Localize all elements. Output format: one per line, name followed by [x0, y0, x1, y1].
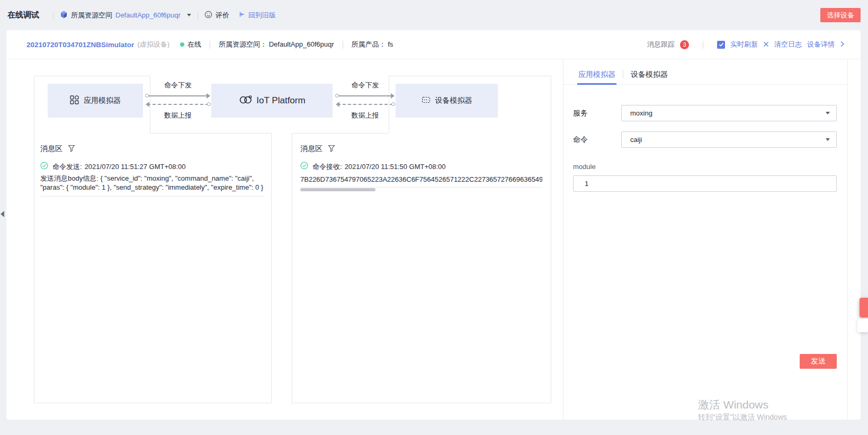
panel-border: [271, 133, 272, 403]
app-simulator-label: 应用模拟器: [84, 96, 121, 105]
smiley-icon: [204, 11, 212, 20]
tab-divider: [623, 70, 623, 78]
device-header: 20210720T034701ZNBSimulator (虚拟设备) 在线 所属…: [6, 30, 861, 59]
realtime-refresh-checkbox[interactable]: [717, 41, 725, 49]
device-header-actions: 消息跟踪 3 实时刷新 清空日志 设备详情: [647, 40, 845, 49]
message-entry: 命令发送: 2021/07/20 11:51:27 GMT+08:00 发送消息…: [40, 162, 265, 197]
back-to-old-link[interactable]: 回到旧版: [238, 11, 276, 20]
feedback-side-tab[interactable]: [860, 298, 868, 317]
event-label: 命令接收:: [312, 163, 342, 171]
send-button[interactable]: 发送: [800, 354, 837, 369]
device-status: 在线: [180, 40, 201, 49]
device-simulator-label: 设备模拟器: [435, 96, 472, 105]
panel-border: [551, 76, 551, 403]
filter-funnel-icon[interactable]: [328, 145, 335, 154]
entry-divider: [300, 187, 542, 188]
horizontal-scrollbar-thumb[interactable]: [300, 188, 375, 191]
entry-divider: [40, 196, 265, 197]
close-icon[interactable]: [763, 41, 769, 49]
data-up-arrow: [337, 104, 393, 105]
success-check-icon: [300, 162, 308, 172]
cube-icon: [60, 11, 68, 20]
floating-widget[interactable]: [857, 318, 868, 332]
device-simulator-box: 设备模拟器: [396, 84, 498, 118]
app-grid-icon: [70, 95, 79, 106]
command-select[interactable]: caiji: [621, 131, 837, 148]
divider: [703, 41, 703, 49]
panel-border: [389, 76, 551, 76]
scrollbar-track[interactable]: [847, 59, 848, 420]
rate-link[interactable]: 评价: [204, 11, 229, 20]
command-label: 命令: [573, 135, 588, 145]
windows-activation-watermark-sub: 转到“设置”以激活 Windows: [698, 413, 787, 422]
workspace-label: 所属资源空间：: [219, 40, 267, 48]
workspace-value: DefaultApp_60f6puqr: [269, 40, 334, 48]
divider: [210, 41, 210, 49]
module-param-label: module: [573, 163, 596, 171]
service-select[interactable]: moxing: [621, 105, 837, 121]
chevron-right-icon: [840, 41, 845, 49]
workspace-label: 所属资源空间: [71, 11, 112, 20]
event-time: 2021/07/20 11:51:50 GMT+08:00: [345, 163, 446, 171]
iot-platform-logo-icon: [238, 94, 253, 108]
command-down-label: 命令下发: [335, 81, 396, 90]
device-detail-link[interactable]: 设备详情: [807, 40, 835, 49]
iot-platform-label: IoT Platform: [256, 95, 305, 106]
message-trace-badge: 3: [680, 40, 689, 49]
device-dashed-icon: [422, 95, 431, 106]
main-card: 20210720T034701ZNBSimulator (虚拟设备) 在线 所属…: [6, 30, 861, 420]
windows-activation-watermark: 激活 Windows: [698, 397, 768, 412]
device-message-panel: 消息区 命令接收: 2021/07/20 11:51:50 GMT+08:00 …: [292, 133, 551, 403]
service-label: 服务: [573, 109, 588, 118]
device-name-link[interactable]: 20210720T034701ZNBSimulator: [26, 41, 134, 49]
message-area-title: 消息区: [300, 144, 323, 154]
chevron-down-icon: [826, 112, 830, 114]
workspace-value[interactable]: DefaultApp_60f6puqr: [115, 11, 181, 19]
select-device-button[interactable]: 选择设备: [820, 8, 861, 22]
app-platform-arrows: 命令下发 数据上报: [145, 76, 211, 133]
data-up-arrow: [147, 104, 209, 105]
online-dot-icon: [180, 42, 184, 47]
message-area-title: 消息区: [40, 144, 62, 154]
data-up-label: 数据上报: [335, 111, 396, 120]
panel-vertical-divider: [563, 59, 563, 420]
command-down-arrow: [337, 95, 393, 96]
module-param-input[interactable]: [573, 175, 837, 192]
command-down-arrow: [147, 95, 209, 96]
platform-device-arrows: 命令下发 数据上报: [335, 76, 396, 133]
panel-border: [34, 403, 272, 403]
command-value: caiji: [630, 136, 642, 144]
product-label: 所属产品：: [352, 40, 386, 48]
event-time: 2021/07/20 11:51:27 GMT+08:00: [85, 163, 186, 171]
message-entry: 命令接收: 2021/07/20 11:51:50 GMT+08:00 7B22…: [300, 162, 542, 188]
tab-app-simulator[interactable]: 应用模拟器: [578, 70, 615, 84]
message-trace-label[interactable]: 消息跟踪: [647, 40, 675, 49]
workspace-selector[interactable]: 所属资源空间 DefaultApp_60f6puqr: [60, 11, 191, 20]
top-bar: 在线调试 所属资源空间 DefaultApp_60f6puqr 评价 回到旧版 …: [0, 0, 868, 30]
online-debug-page: 在线调试 所属资源空间 DefaultApp_60f6puqr 评价 回到旧版 …: [0, 0, 868, 435]
iot-platform-box: IoT Platform: [211, 84, 333, 118]
back-arrow-icon: [238, 11, 245, 20]
app-message-panel: 消息区 命令发送: 2021/07/20 11:51:27 GMT+08:00 …: [34, 133, 271, 403]
product-value: fs: [388, 40, 393, 48]
device-type-tag: (虚拟设备): [137, 40, 169, 49]
back-label: 回到旧版: [248, 11, 276, 20]
divider: [198, 11, 198, 19]
message-body-line1: 发送消息body信息: { "service_id": "moxing", "c…: [40, 174, 265, 183]
simulator-tabs: 应用模拟器 设备模拟器: [563, 66, 847, 85]
check-icon: [719, 42, 724, 47]
success-check-icon: [40, 162, 48, 172]
clear-log-link[interactable]: 清空日志: [774, 40, 802, 49]
divider: [343, 41, 343, 49]
page-title: 在线调试: [7, 10, 39, 20]
workspace-field: 所属资源空间： DefaultApp_60f6puqr: [219, 40, 334, 49]
panel-border: [34, 76, 150, 76]
sidebar-collapse-icon[interactable]: [1, 211, 4, 217]
product-field: 所属产品： fs: [352, 40, 393, 49]
chevron-down-icon: [187, 14, 191, 16]
tab-device-simulator[interactable]: 设备模拟器: [631, 70, 668, 84]
service-value: moxing: [630, 109, 652, 117]
filter-funnel-icon[interactable]: [68, 145, 75, 154]
command-down-label: 命令下发: [145, 81, 211, 90]
message-body-line2: "paras": { "module": 1 }, "send_strategy…: [40, 183, 265, 192]
